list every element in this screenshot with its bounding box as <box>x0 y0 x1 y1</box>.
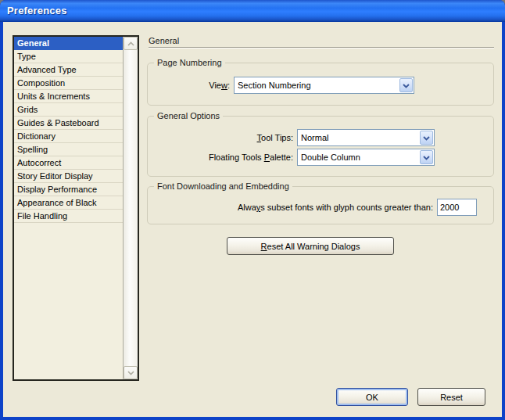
sidebar-item-file-handling[interactable]: File Handling <box>14 210 123 223</box>
subset-glyph-count-field[interactable] <box>437 199 477 216</box>
window-title: Preferences <box>7 5 67 16</box>
view-row: View: Section Numbering <box>147 77 414 94</box>
floating-tools-palette-select[interactable]: Double Column <box>297 149 435 166</box>
scroll-up-button[interactable] <box>124 37 138 50</box>
sidebar-item-appearance-of-black[interactable]: Appearance of Black <box>14 196 123 210</box>
view-select-arrow-button[interactable] <box>399 78 413 92</box>
sidebar-item-advanced-type[interactable]: Advanced Type <box>14 63 123 77</box>
ok-button-label: OK <box>366 393 378 402</box>
tool-tips-row: Tool Tips: Normal <box>147 129 435 146</box>
floating-tools-palette-select-arrow-button[interactable] <box>420 150 433 164</box>
tool-tips-select-arrow-button[interactable] <box>420 131 433 145</box>
preferences-dialog: Preferences GeneralTypeAdvanced TypeComp… <box>0 0 505 420</box>
ok-button[interactable]: OK <box>336 388 408 406</box>
sidebar-item-general[interactable]: General <box>14 37 123 50</box>
tool-tips-select[interactable]: Normal <box>297 129 435 146</box>
view-select-value: Section Numbering <box>235 78 399 93</box>
reset-all-warning-dialogs-label: Reset All Warning Dialogs <box>261 242 360 251</box>
reset-button[interactable]: Reset <box>417 388 485 406</box>
category-list-scrollbar[interactable] <box>123 37 138 379</box>
sidebar-item-type[interactable]: Type <box>14 50 123 63</box>
scroll-down-button[interactable] <box>124 366 138 379</box>
chevron-down-icon <box>423 133 430 142</box>
chevron-down-icon <box>127 371 134 375</box>
chevron-up-icon <box>127 41 134 46</box>
tool-tips-select-value: Normal <box>298 131 419 145</box>
group-general-options-label: General Options <box>154 111 223 120</box>
subset-fonts-label: Always subset fonts with glyph counts gr… <box>147 199 437 216</box>
reset-button-label: Reset <box>440 393 463 402</box>
sidebar-item-dictionary[interactable]: Dictionary <box>14 130 123 143</box>
sidebar-item-guides-pasteboard[interactable]: Guides & Pasteboard <box>14 117 123 130</box>
group-font-embedding-label: Font Downloading and Embedding <box>154 181 292 191</box>
sidebar-item-grids[interactable]: Grids <box>14 103 123 117</box>
chevron-down-icon <box>423 153 430 162</box>
view-label: View: <box>147 77 234 94</box>
sidebar-item-units-increments[interactable]: Units & Increments <box>14 90 123 103</box>
reset-all-warning-dialogs-button[interactable]: Reset All Warning Dialogs <box>227 237 394 255</box>
floating-tools-palette-row: Floating Tools Palette: Double Column <box>147 149 435 166</box>
scrollbar-track[interactable] <box>124 50 138 366</box>
view-select[interactable]: Section Numbering <box>234 77 414 94</box>
dialog-body: GeneralTypeAdvanced TypeCompositionUnits… <box>3 22 502 417</box>
group-page-numbering-label: Page Numbering <box>154 58 225 67</box>
sidebar-item-spelling[interactable]: Spelling <box>14 143 123 156</box>
page-title: General <box>149 36 179 45</box>
subset-fonts-row: Always subset fonts with glyph counts gr… <box>147 199 477 216</box>
category-list-items: GeneralTypeAdvanced TypeCompositionUnits… <box>14 37 123 379</box>
floating-tools-palette-label: Floating Tools Palette: <box>147 149 297 166</box>
sidebar-item-story-editor-display[interactable]: Story Editor Display <box>14 170 123 183</box>
floating-tools-palette-select-value: Double Column <box>298 150 419 165</box>
category-list: GeneralTypeAdvanced TypeCompositionUnits… <box>13 35 139 381</box>
sidebar-item-composition[interactable]: Composition <box>14 77 123 90</box>
sidebar-item-autocorrect[interactable]: Autocorrect <box>14 156 123 170</box>
tool-tips-label: Tool Tips: <box>147 129 297 146</box>
titlebar[interactable]: Preferences <box>0 0 505 22</box>
sidebar-item-display-performance[interactable]: Display Performance <box>14 183 123 196</box>
chevron-down-icon <box>403 81 410 90</box>
header-divider <box>149 47 494 48</box>
